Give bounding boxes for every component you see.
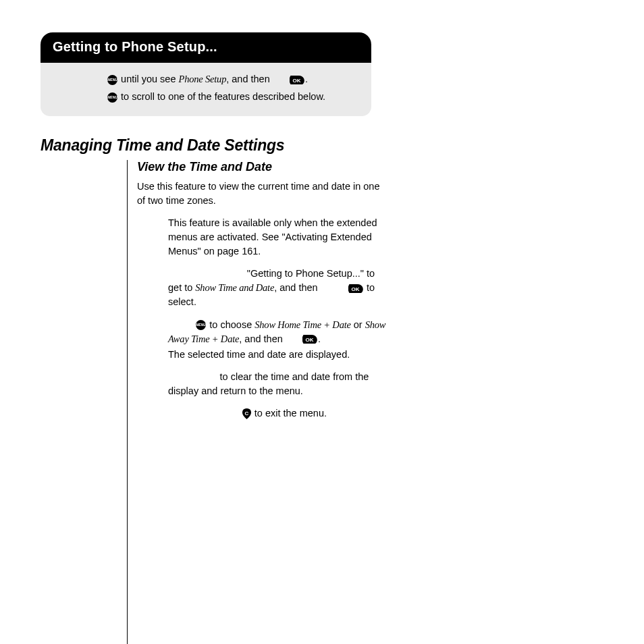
step-2: to choose Show Home Time + Date or Show … [137,318,387,346]
callout-line2: to scroll to one of the features describ… [121,91,325,102]
menu-icon [196,320,206,330]
section-heading: Managing Time and Date Settings [41,136,603,155]
step4-text: to exit the menu. [252,408,327,419]
step-2b: The selected time and date are displayed… [137,348,387,362]
step-3: to clear the time and date from the disp… [137,370,387,398]
step2-b: , and then [239,333,286,344]
c-icon [242,408,251,419]
subsection-heading: View the Time and Date [137,160,387,174]
step2-mid: or [351,319,365,330]
content-block: View the Time and Date Use this feature … [127,160,387,644]
callout-line1-c: . [305,74,308,84]
step1-phone: Show Time and Date [195,282,274,293]
callout-box: Getting to Phone Setup... until you see … [41,32,371,116]
step2-phone1: Show Home Time + Date [254,319,351,330]
step1-b: , and then [274,282,321,293]
callout-line1-b: , and then [226,74,273,84]
paragraph-intro: Use this feature to view the current tim… [137,180,387,208]
step2-a: to choose [207,319,254,330]
menu-icon [107,75,117,85]
step-4: to exit the menu. [137,406,387,421]
ok-icon [290,75,304,85]
menu-icon [107,92,117,103]
ok-icon [348,284,363,294]
paragraph-note: This feature is available only when the … [137,216,387,259]
callout-line1-a: until you see [121,74,178,84]
step-1: "Getting to Phone Setup..." to get to Sh… [137,267,387,309]
step3-text: to clear the time and date from the disp… [168,371,369,396]
ok-icon [302,334,317,344]
callout-title: Getting to Phone Setup... [41,32,371,63]
callout-body: until you see Phone Setup, and then . to… [41,63,371,116]
step2-c: . [318,333,321,344]
callout-line1-phone: Phone Setup [179,74,227,84]
